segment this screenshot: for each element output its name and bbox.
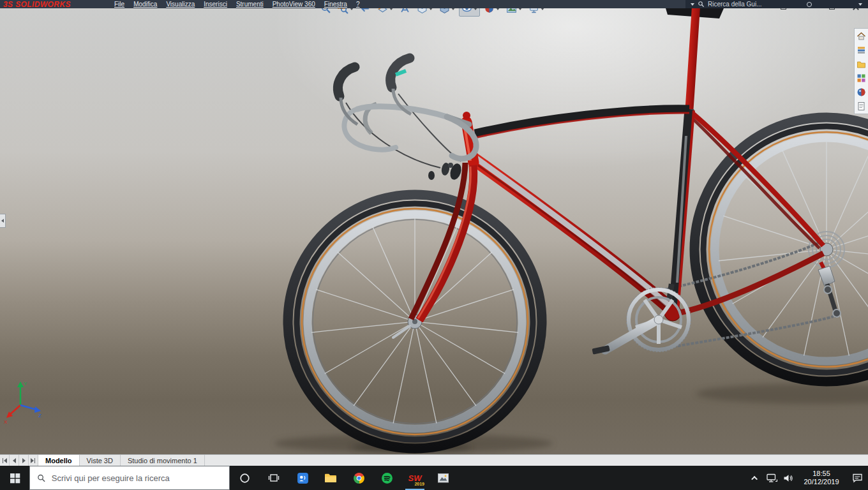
tab-scroll-next-icon[interactable]	[19, 455, 29, 466]
chat-app-icon	[297, 472, 309, 484]
solidworks-taskbar-button[interactable]: SW 2019	[401, 466, 429, 490]
spotify-button[interactable]	[373, 466, 401, 490]
chat-app-button[interactable]	[288, 466, 317, 490]
view-palette-icon[interactable]	[857, 73, 866, 83]
rear-wheel	[694, 117, 868, 382]
menu-inserisci[interactable]: Inserisci	[199, 1, 232, 8]
help-icon[interactable]	[807, 2, 812, 7]
front-wheel	[288, 195, 542, 449]
network-button[interactable]	[763, 466, 780, 490]
design-library-icon[interactable]	[857, 45, 866, 55]
taskbar-search-icon	[37, 473, 46, 483]
triad-x-label: X	[4, 419, 8, 425]
taskbar-search-box[interactable]	[29, 466, 230, 490]
file-explorer-icon	[324, 472, 337, 484]
task-view-button[interactable]	[259, 466, 288, 490]
tab-scroll-prev-icon[interactable]	[10, 455, 19, 466]
menu-visualizza[interactable]: Visualizza	[161, 1, 199, 8]
action-center-button[interactable]	[846, 466, 868, 490]
tray-chevron-button[interactable]	[747, 466, 763, 490]
system-tray: 18:55 20/12/2019	[747, 466, 868, 490]
main-menus: File Modifica Visualizza Inserisci Strum…	[110, 0, 364, 8]
tab-scroll-buttons	[0, 455, 38, 466]
action-center-icon	[852, 473, 863, 483]
cortana-button[interactable]	[230, 466, 259, 490]
search-icon	[698, 1, 705, 8]
feature-panel-collapse-tab[interactable]	[0, 214, 6, 228]
collapse-arrow-icon	[1, 219, 4, 223]
clock-date: 20/12/2019	[804, 478, 839, 486]
titlebar-options[interactable]	[853, 0, 868, 8]
task-view-icon	[268, 472, 280, 484]
home-icon[interactable]	[857, 31, 866, 41]
menu-file[interactable]: File	[110, 1, 129, 8]
chrome-icon	[353, 472, 365, 484]
menu-photoview360[interactable]: PhotoView 360	[268, 1, 320, 8]
chevron-up-icon	[751, 475, 758, 482]
clock-time: 18:55	[812, 470, 830, 478]
handlebar-assembly	[338, 58, 476, 168]
taskbar-clock[interactable]: 18:55 20/12/2019	[797, 470, 846, 486]
triad-y-label: Y	[24, 381, 27, 387]
menu-strumenti[interactable]: Strumenti	[232, 1, 268, 8]
graphics-area[interactable]: Y X Z	[0, 8, 868, 454]
solidworks-logo-text: 3S SOLIDWORKS	[3, 0, 71, 8]
start-icon	[10, 473, 20, 484]
solidworks-logo: 3S SOLIDWORKS	[0, 0, 110, 8]
seat-mast	[689, 8, 696, 109]
menu-modifica[interactable]: Modifica	[129, 1, 161, 8]
custom-properties-icon[interactable]	[857, 101, 866, 111]
tab-scroll-last-icon[interactable]	[29, 455, 38, 466]
cortana-icon	[239, 473, 250, 484]
photos-button[interactable]	[429, 466, 457, 490]
photos-icon	[437, 473, 449, 484]
spotify-icon	[381, 472, 393, 484]
help-search-box[interactable]	[685, 0, 853, 8]
bike-render[interactable]: Y X Z	[0, 8, 868, 454]
appearances-scenes-icon[interactable]	[857, 87, 866, 97]
menu-finestra[interactable]: Finestra	[320, 1, 352, 8]
triad-z-label: Z	[38, 413, 41, 419]
taskbar-search-input[interactable]	[52, 473, 222, 483]
tab-studio-di-movimento[interactable]: Studio di movimento 1	[121, 455, 205, 466]
help-search-input[interactable]	[708, 1, 804, 8]
solidworks-window: 3S SOLIDWORKS File Modifica Visualizza I…	[0, 0, 868, 490]
tab-scroll-first-icon[interactable]	[0, 455, 10, 466]
tab-modello[interactable]: Modello	[38, 455, 80, 466]
orientation-triad: Y X Z	[4, 381, 41, 425]
start-button[interactable]	[0, 466, 29, 490]
search-scope-chevron-icon[interactable]	[691, 3, 694, 6]
volume-button[interactable]	[780, 466, 797, 490]
left-brake-hood	[338, 67, 355, 96]
document-tab-bar: Modello Viste 3D Studio di movimento 1	[0, 454, 868, 466]
tab-viste-3d[interactable]: Viste 3D	[80, 455, 121, 466]
windows-taskbar: SW 2019 18:55 20/12/2019	[0, 466, 868, 490]
crank-arm	[605, 320, 659, 350]
file-explorer-button[interactable]	[317, 466, 345, 490]
menu-help[interactable]: ?	[352, 1, 364, 8]
solidworks-icon: SW 2019	[407, 470, 423, 486]
chrome-button[interactable]	[345, 466, 373, 490]
volume-icon	[783, 473, 793, 483]
front-brake	[428, 162, 463, 181]
network-icon	[767, 473, 777, 483]
file-explorer-icon[interactable]	[857, 59, 866, 69]
menu-bar: 3S SOLIDWORKS File Modifica Visualizza I…	[0, 0, 868, 8]
task-pane-rail	[854, 28, 868, 114]
titlebar-chevron-icon	[858, 3, 862, 6]
